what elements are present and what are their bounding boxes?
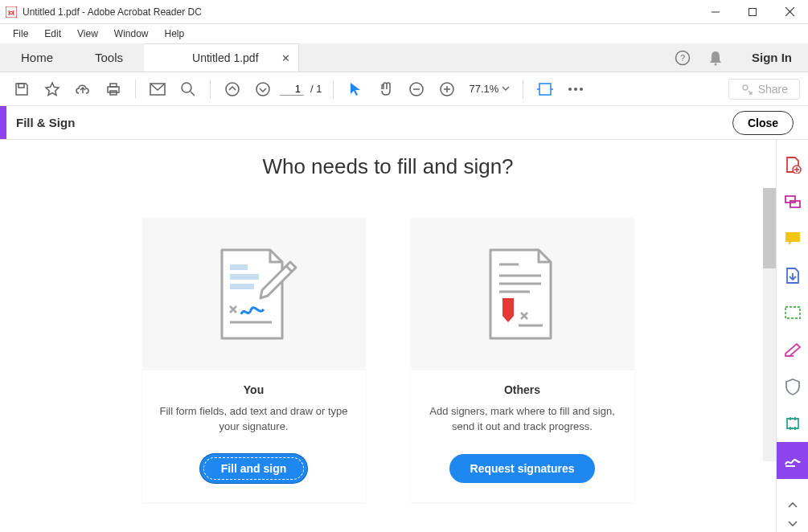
print-icon[interactable] bbox=[100, 76, 127, 103]
fill-and-sign-button[interactable]: Fill and sign bbox=[200, 454, 308, 483]
svg-point-23 bbox=[568, 88, 572, 91]
rail-protect-icon[interactable] bbox=[777, 368, 809, 405]
request-signatures-button[interactable]: Request signatures bbox=[449, 454, 596, 483]
tab-home[interactable]: Home bbox=[0, 43, 74, 72]
tab-document[interactable]: Untitled 1.pdf ✕ bbox=[144, 43, 299, 72]
more-tools-icon[interactable] bbox=[562, 76, 589, 103]
page-up-icon[interactable] bbox=[219, 76, 246, 103]
card-you-title: You bbox=[157, 383, 351, 396]
rail-comment-icon[interactable] bbox=[777, 220, 809, 257]
save-icon[interactable] bbox=[8, 76, 35, 103]
card-others: Others Add signers, mark where to fill a… bbox=[411, 218, 634, 502]
svg-rect-28 bbox=[230, 274, 259, 280]
card-you: You Fill form fields, add text and draw … bbox=[142, 218, 366, 502]
svg-text:?: ? bbox=[680, 53, 685, 63]
zoom-dropdown[interactable]: 77.1% bbox=[464, 83, 515, 96]
card-you-desc: Fill form fields, add text and draw or t… bbox=[157, 404, 351, 436]
svg-point-25 bbox=[580, 88, 583, 91]
fill-sign-label: Fill & Sign bbox=[6, 116, 75, 129]
rail-scroll-up-icon[interactable] bbox=[777, 497, 808, 514]
hand-tool-icon[interactable] bbox=[372, 76, 400, 103]
rail-export-icon[interactable] bbox=[777, 257, 809, 294]
page-heading: Who needs to fill and sign? bbox=[0, 154, 776, 179]
scrollbar-thumb[interactable] bbox=[763, 188, 776, 268]
fill-sign-close-button[interactable]: Close bbox=[732, 111, 794, 135]
rail-create-pdf-icon[interactable] bbox=[777, 146, 809, 183]
content-pane: Who needs to fill and sign? bbox=[0, 140, 776, 532]
svg-point-13 bbox=[182, 83, 191, 92]
menu-view[interactable]: View bbox=[69, 27, 106, 41]
page-down-icon[interactable] bbox=[249, 76, 277, 103]
select-tool-icon[interactable] bbox=[342, 76, 369, 103]
fill-sign-accent bbox=[0, 106, 6, 139]
svg-rect-2 bbox=[749, 8, 757, 15]
share-label: Share bbox=[758, 83, 788, 96]
fit-width-icon[interactable] bbox=[531, 76, 559, 103]
cloud-upload-icon[interactable] bbox=[69, 76, 96, 103]
svg-line-14 bbox=[191, 92, 195, 96]
zoom-out-icon[interactable] bbox=[403, 76, 430, 103]
window-titlebar: Untitled 1.pdf - Adobe Acrobat Reader DC bbox=[0, 0, 808, 24]
rail-fill-sign-icon[interactable] bbox=[777, 442, 809, 479]
card-others-title: Others bbox=[425, 383, 620, 396]
fill-sign-bar: Fill & Sign Close bbox=[0, 106, 808, 140]
page-current-input[interactable] bbox=[280, 83, 304, 96]
svg-point-16 bbox=[256, 83, 269, 96]
window-close-button[interactable] bbox=[771, 0, 808, 24]
zoom-value: 77.1% bbox=[469, 83, 498, 95]
toolbar: / 1 77.1% Share bbox=[0, 72, 808, 106]
share-button[interactable]: Share bbox=[728, 79, 800, 100]
window-title: Untitled 1.pdf - Adobe Acrobat Reader DC bbox=[23, 6, 202, 18]
card-others-desc: Add signers, mark where to fill and sign… bbox=[425, 404, 620, 436]
main-area: Who needs to fill and sign? bbox=[0, 140, 808, 532]
notifications-bell-icon[interactable] bbox=[708, 50, 723, 66]
menu-file[interactable]: File bbox=[5, 27, 36, 41]
acrobat-app-icon bbox=[5, 6, 18, 18]
menu-edit[interactable]: Edit bbox=[36, 27, 69, 41]
svg-rect-29 bbox=[230, 284, 254, 289]
right-tool-rail bbox=[776, 140, 808, 532]
sign-in-button[interactable]: Sign In bbox=[736, 43, 808, 72]
svg-rect-41 bbox=[785, 307, 800, 318]
rail-compress-icon[interactable] bbox=[777, 405, 809, 442]
search-icon[interactable] bbox=[174, 76, 202, 103]
star-icon[interactable] bbox=[39, 76, 66, 103]
svg-rect-10 bbox=[110, 84, 117, 87]
svg-rect-8 bbox=[18, 84, 24, 88]
page-total: / 1 bbox=[307, 83, 325, 95]
card-others-illustration bbox=[411, 218, 634, 370]
rail-combine-icon[interactable] bbox=[777, 183, 809, 220]
vertical-scrollbar[interactable] bbox=[763, 188, 776, 461]
svg-rect-27 bbox=[230, 264, 248, 270]
tab-document-label: Untitled 1.pdf bbox=[192, 51, 259, 64]
tabs-bar: Home Tools Untitled 1.pdf ✕ ? Sign In bbox=[0, 43, 808, 72]
rail-scroll-down-icon[interactable] bbox=[777, 514, 808, 532]
window-maximize-button[interactable] bbox=[734, 0, 771, 24]
window-minimize-button[interactable] bbox=[697, 0, 734, 24]
svg-point-26 bbox=[743, 85, 748, 90]
help-icon[interactable]: ? bbox=[675, 50, 691, 66]
svg-point-7 bbox=[715, 63, 717, 65]
tab-tools[interactable]: Tools bbox=[74, 43, 144, 72]
menubar: File Edit View Window Help bbox=[0, 24, 808, 43]
svg-point-24 bbox=[574, 88, 577, 91]
svg-rect-22 bbox=[539, 84, 551, 95]
menu-help[interactable]: Help bbox=[157, 27, 193, 41]
tab-document-close-icon[interactable]: ✕ bbox=[281, 52, 290, 64]
menu-window[interactable]: Window bbox=[106, 27, 157, 41]
svg-rect-9 bbox=[108, 87, 119, 92]
rail-edit-icon[interactable] bbox=[777, 331, 809, 368]
email-icon[interactable] bbox=[144, 76, 171, 103]
svg-point-15 bbox=[226, 83, 239, 96]
zoom-in-icon[interactable] bbox=[433, 76, 461, 103]
cards-row: You Fill form fields, add text and draw … bbox=[0, 218, 776, 502]
card-you-illustration bbox=[142, 218, 366, 370]
rail-organize-icon[interactable] bbox=[777, 294, 809, 331]
